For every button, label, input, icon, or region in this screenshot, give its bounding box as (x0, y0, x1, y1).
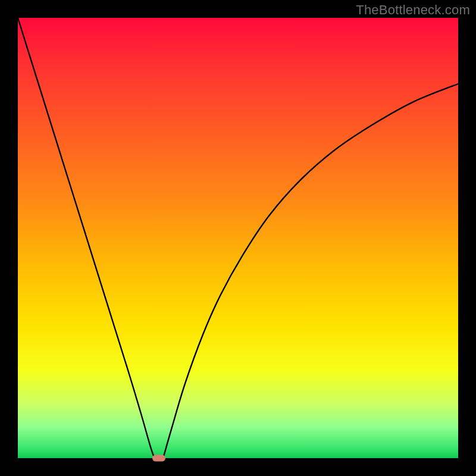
watermark-text: TheBottleneck.com (356, 2, 470, 18)
min-marker (152, 455, 165, 462)
chart-frame: TheBottleneck.com (0, 0, 476, 476)
curve-right (163, 84, 458, 458)
curve-layer (18, 18, 458, 458)
plot-area (18, 18, 458, 458)
curve-left (18, 18, 154, 458)
